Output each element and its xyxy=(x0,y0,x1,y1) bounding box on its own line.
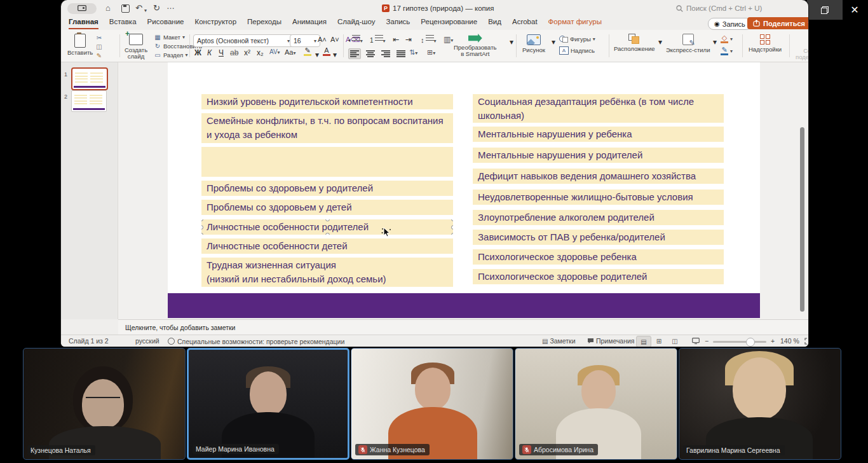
hypothesis-box[interactable]: Проблемы со здоровьем у родителей xyxy=(201,181,453,196)
language-indicator[interactable]: русский xyxy=(135,337,159,345)
accessibility-status[interactable]: Специальные возможности: проверьте реком… xyxy=(168,337,344,345)
slide-thumbnail-1[interactable] xyxy=(71,67,108,90)
character-spacing-button[interactable]: AV▾ xyxy=(269,48,280,55)
notes-placeholder[interactable]: Щелкните, чтобы добавить заметки xyxy=(125,324,235,331)
slideshow-button[interactable] xyxy=(689,336,703,346)
paste-button[interactable]: Вставить xyxy=(67,34,93,56)
italic-button[interactable]: К xyxy=(207,48,212,57)
shrink-font-button[interactable]: A˅ xyxy=(330,36,339,43)
picture-button[interactable]: Рисунок xyxy=(522,34,545,53)
hypothesis-box[interactable]: Проблемы со здоровьем у детей xyxy=(201,200,453,215)
tab-format-figury[interactable]: Формат фигуры xyxy=(548,18,602,29)
align-center-button[interactable] xyxy=(365,49,376,59)
addins-button[interactable]: Надстройки xyxy=(749,34,782,53)
align-left-button[interactable] xyxy=(348,48,361,59)
columns-button[interactable]: ▥▾ xyxy=(444,35,453,44)
notes-toggle[interactable]: ▤ Заметки xyxy=(542,337,576,345)
hypothesis-box[interactable]: Ментальные нарушения у ребенка xyxy=(473,127,724,142)
participant-tile[interactable]: Гаврилина Марина Сергеевна xyxy=(679,348,841,460)
shape-fill-button[interactable]: ◇▾ xyxy=(721,34,733,43)
font-name-select[interactable]: Aptos (Основной текст)▾ xyxy=(193,34,294,47)
participant-tile-active-speaker[interactable]: Майер Марина Ивановна xyxy=(187,348,349,460)
font-size-select[interactable]: 16▾ xyxy=(290,34,320,47)
smartart-chevron-icon[interactable]: ▾ xyxy=(510,38,513,46)
hypothesis-box-selected[interactable]: Личностные особенности родителей xyxy=(201,219,453,235)
zoom-slider[interactable] xyxy=(713,341,766,343)
comments-toggle[interactable]: Примечания xyxy=(587,337,635,345)
highlight-color-button[interactable]: ✎ xyxy=(304,47,311,56)
tab-konstruktor[interactable]: Конструктор xyxy=(194,18,236,29)
slide-sorter-view-button[interactable]: ⊞ xyxy=(652,336,666,346)
zoom-slider-knob[interactable] xyxy=(746,338,755,347)
tab-retsenzirovanie[interactable]: Рецензирование xyxy=(421,18,477,29)
slide-thumbnail-2[interactable] xyxy=(71,90,107,112)
hypothesis-box[interactable]: Психологическое здоровье родителей xyxy=(473,269,724,284)
quick-styles-chevron-icon[interactable]: ▾ xyxy=(713,38,717,46)
subscript-button[interactable]: x₂ xyxy=(257,48,264,57)
strikethrough-button[interactable]: ab xyxy=(230,48,238,57)
redo-icon[interactable]: ↻ xyxy=(153,3,160,14)
grow-font-button[interactable]: A˄ xyxy=(318,36,327,43)
slide[interactable]: Низкий уровень родительской компетентнос… xyxy=(168,62,760,318)
tab-zapis[interactable]: Запись xyxy=(386,18,410,29)
zoom-in-button[interactable]: + xyxy=(771,337,775,345)
notes-pane[interactable]: Щелкните, чтобы добавить заметки xyxy=(118,319,808,335)
justify-button[interactable] xyxy=(395,49,407,59)
hypothesis-box[interactable]: Зависимость от ПАВ у ребенка/родителей xyxy=(473,230,724,245)
new-slide-button[interactable]: Создать слайд xyxy=(125,34,147,60)
bold-button[interactable]: Ж xyxy=(194,48,201,57)
window-restore-button[interactable] xyxy=(807,0,843,20)
format-painter-button[interactable]: ✎ xyxy=(95,52,103,59)
fit-to-window-button[interactable] xyxy=(801,336,808,346)
picture-chevron-icon[interactable]: ▾ xyxy=(552,38,555,46)
tab-acrobat[interactable]: Acrobat xyxy=(512,18,538,29)
zoom-out-button[interactable]: − xyxy=(705,337,709,345)
shape-outline-button[interactable]: ✎▾ xyxy=(721,46,733,55)
hypothesis-box[interactable]: Личностные особенности детей xyxy=(201,238,453,254)
resize-handle[interactable] xyxy=(201,225,203,230)
zoom-level[interactable]: 140 % xyxy=(780,337,799,345)
reading-view-button[interactable]: ◫ xyxy=(668,336,682,346)
arrange-button[interactable]: Расположение xyxy=(614,34,655,52)
hypothesis-box[interactable]: Социальная дезадаптация ребёнка (в том ч… xyxy=(473,94,724,123)
align-text-button[interactable]: ⊞▾ xyxy=(427,48,435,57)
hypothesis-box[interactable]: Психологическое здоровье ребенка xyxy=(473,249,724,265)
normal-view-button[interactable]: ▤ xyxy=(636,336,651,347)
tab-animatsiya[interactable]: Анимация xyxy=(292,18,327,29)
smartart-button[interactable]: Преобразовать в SmartArt xyxy=(454,34,496,57)
tab-slide-show[interactable]: Слайд-шоу xyxy=(337,18,376,29)
hypothesis-box[interactable]: Неудовлетворенные жилищно-бытовые услови… xyxy=(473,190,724,205)
hypothesis-box[interactable]: Семейные конфликты, в т.ч. по вопросам в… xyxy=(201,113,453,143)
decrease-indent-button[interactable]: ⇤ xyxy=(393,35,399,44)
record-button[interactable]: ◉ Запись xyxy=(708,18,752,30)
superscript-button[interactable]: x² xyxy=(244,48,250,57)
numbering-button[interactable]: 1▾ xyxy=(370,35,386,44)
resize-handle[interactable] xyxy=(451,225,453,230)
hypothesis-box[interactable]: Низкий уровень родительской компетентнос… xyxy=(201,94,453,109)
hypothesis-box-empty[interactable] xyxy=(201,147,453,177)
participant-tile[interactable]: Кузнецова Наталья xyxy=(23,348,186,460)
participant-tile[interactable]: Жанна Кузнецова xyxy=(351,348,513,460)
cut-button[interactable]: ✂ xyxy=(95,34,103,41)
font-color-chevron-icon[interactable]: ▾ xyxy=(333,50,337,59)
underline-button[interactable]: Ч xyxy=(219,48,224,57)
tab-perekhody[interactable]: Переходы xyxy=(247,18,281,29)
window-close-button[interactable]: ✕ xyxy=(848,3,862,17)
quick-styles-button[interactable]: Экспресс-стили xyxy=(666,34,710,53)
hypothesis-box[interactable]: Дефицит навыков ведения домашнего хозяйс… xyxy=(473,169,724,184)
save-icon[interactable] xyxy=(121,4,130,13)
search-box[interactable]: Поиск (Cmd + Ctrl + U) xyxy=(676,4,762,12)
text-direction-button[interactable]: ⇅▾ xyxy=(409,48,417,57)
resize-handle[interactable] xyxy=(451,233,453,235)
increase-indent-button[interactable]: ⇥ xyxy=(405,35,412,44)
tab-vstavka[interactable]: Вставка xyxy=(109,18,137,29)
resize-handle[interactable] xyxy=(201,233,203,235)
resize-handle[interactable] xyxy=(451,219,453,221)
more-commands-icon[interactable]: … xyxy=(166,1,175,12)
arrange-chevron-icon[interactable]: ▾ xyxy=(658,38,662,46)
undo-icon[interactable]: ↶ xyxy=(135,3,142,14)
resize-handle[interactable] xyxy=(201,219,203,221)
share-button[interactable]: Поделиться ▾ xyxy=(747,17,808,29)
screen-share-button[interactable] xyxy=(67,3,97,14)
align-right-button[interactable] xyxy=(380,49,391,59)
